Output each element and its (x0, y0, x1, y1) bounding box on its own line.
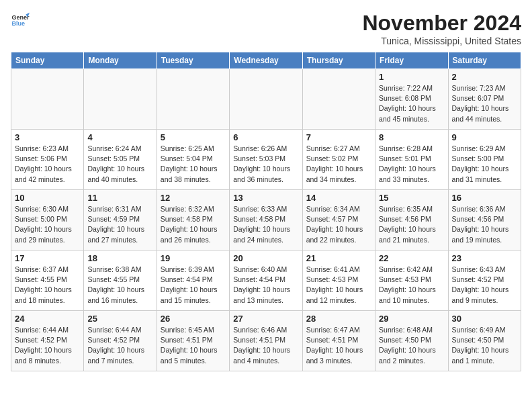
day-info: Sunrise: 6:43 AMSunset: 4:52 PMDaylight:… (452, 265, 517, 306)
day-number: 4 (87, 132, 152, 142)
weekday-header-friday: Friday (375, 52, 448, 69)
svg-text:Blue: Blue (11, 20, 25, 27)
calendar-cell: 12Sunrise: 6:32 AMSunset: 4:58 PMDayligh… (157, 190, 229, 250)
day-number: 24 (15, 314, 80, 324)
day-number: 11 (87, 193, 152, 203)
day-info: Sunrise: 6:30 AMSunset: 5:00 PMDaylight:… (15, 204, 80, 245)
calendar-cell: 7Sunrise: 6:27 AMSunset: 5:02 PMDaylight… (302, 130, 375, 190)
day-number: 20 (233, 253, 298, 263)
calendar-header: General Blue November 2024 Tunica, Missi… (11, 11, 521, 46)
day-info: Sunrise: 6:39 AMSunset: 4:54 PMDaylight:… (161, 265, 226, 306)
calendar-cell: 17Sunrise: 6:37 AMSunset: 4:55 PMDayligh… (11, 250, 84, 311)
day-info: Sunrise: 6:31 AMSunset: 4:59 PMDaylight:… (87, 204, 152, 245)
day-info: Sunrise: 6:23 AMSunset: 5:06 PMDaylight:… (15, 144, 80, 185)
calendar-cell (302, 69, 375, 130)
weekday-header-thursday: Thursday (302, 52, 375, 69)
calendar-cell: 5Sunrise: 6:25 AMSunset: 5:04 PMDaylight… (157, 130, 229, 190)
day-number: 22 (379, 253, 444, 263)
calendar-cell: 8Sunrise: 6:28 AMSunset: 5:01 PMDaylight… (375, 130, 448, 190)
weekday-header-row: SundayMondayTuesdayWednesdayThursdayFrid… (11, 52, 521, 69)
day-number: 10 (15, 193, 80, 203)
day-info: Sunrise: 7:22 AMSunset: 6:08 PMDaylight:… (379, 83, 444, 124)
day-number: 17 (15, 253, 80, 263)
day-info: Sunrise: 6:44 AMSunset: 4:52 PMDaylight:… (15, 325, 80, 366)
calendar-cell: 26Sunrise: 6:45 AMSunset: 4:51 PMDayligh… (157, 311, 229, 371)
calendar-cell: 11Sunrise: 6:31 AMSunset: 4:59 PMDayligh… (84, 190, 157, 250)
day-info: Sunrise: 6:26 AMSunset: 5:03 PMDaylight:… (233, 144, 298, 185)
calendar-cell: 14Sunrise: 6:34 AMSunset: 4:57 PMDayligh… (302, 190, 375, 250)
day-info: Sunrise: 6:45 AMSunset: 4:51 PMDaylight:… (161, 325, 226, 366)
day-number: 5 (161, 132, 226, 142)
day-number: 26 (161, 314, 226, 324)
day-info: Sunrise: 6:44 AMSunset: 4:52 PMDaylight:… (87, 325, 152, 366)
calendar-cell: 22Sunrise: 6:42 AMSunset: 4:53 PMDayligh… (375, 250, 448, 311)
day-number: 29 (379, 314, 444, 324)
day-number: 18 (87, 253, 152, 263)
day-number: 28 (306, 314, 371, 324)
day-info: Sunrise: 6:37 AMSunset: 4:55 PMDaylight:… (15, 265, 80, 306)
day-info: Sunrise: 6:29 AMSunset: 5:00 PMDaylight:… (452, 144, 517, 185)
day-number: 2 (452, 72, 517, 82)
calendar-table: SundayMondayTuesdayWednesdayThursdayFrid… (11, 52, 521, 371)
weekday-header-monday: Monday (84, 52, 157, 69)
day-info: Sunrise: 6:33 AMSunset: 4:58 PMDaylight:… (233, 204, 298, 245)
calendar-cell: 20Sunrise: 6:40 AMSunset: 4:54 PMDayligh… (230, 250, 302, 311)
day-info: Sunrise: 6:38 AMSunset: 4:55 PMDaylight:… (87, 265, 152, 306)
day-info: Sunrise: 6:28 AMSunset: 5:01 PMDaylight:… (379, 144, 444, 185)
day-number: 8 (379, 132, 444, 142)
calendar-cell: 27Sunrise: 6:46 AMSunset: 4:51 PMDayligh… (230, 311, 302, 371)
day-number: 1 (379, 72, 444, 82)
day-info: Sunrise: 6:35 AMSunset: 4:56 PMDaylight:… (379, 204, 444, 245)
day-info: Sunrise: 6:34 AMSunset: 4:57 PMDaylight:… (306, 204, 371, 245)
day-info: Sunrise: 6:36 AMSunset: 4:56 PMDaylight:… (452, 204, 517, 245)
calendar-subtitle: Tunica, Mississippi, United States (362, 36, 521, 46)
calendar-cell: 3Sunrise: 6:23 AMSunset: 5:06 PMDaylight… (11, 130, 84, 190)
calendar-cell: 18Sunrise: 6:38 AMSunset: 4:55 PMDayligh… (84, 250, 157, 311)
calendar-cell: 28Sunrise: 6:47 AMSunset: 4:51 PMDayligh… (302, 311, 375, 371)
week-row-3: 10Sunrise: 6:30 AMSunset: 5:00 PMDayligh… (11, 190, 521, 250)
week-row-4: 17Sunrise: 6:37 AMSunset: 4:55 PMDayligh… (11, 250, 521, 311)
calendar-cell: 4Sunrise: 6:24 AMSunset: 5:05 PMDaylight… (84, 130, 157, 190)
logo-icon: General Blue (11, 11, 30, 30)
calendar-title: November 2024 (362, 11, 521, 36)
day-info: Sunrise: 6:24 AMSunset: 5:05 PMDaylight:… (87, 144, 152, 185)
day-number: 15 (379, 193, 444, 203)
day-info: Sunrise: 6:47 AMSunset: 4:51 PMDaylight:… (306, 325, 371, 366)
calendar-cell: 30Sunrise: 6:49 AMSunset: 4:50 PMDayligh… (448, 311, 521, 371)
calendar-cell: 25Sunrise: 6:44 AMSunset: 4:52 PMDayligh… (84, 311, 157, 371)
calendar-cell: 24Sunrise: 6:44 AMSunset: 4:52 PMDayligh… (11, 311, 84, 371)
week-row-5: 24Sunrise: 6:44 AMSunset: 4:52 PMDayligh… (11, 311, 521, 371)
calendar-cell (230, 69, 302, 130)
title-section: November 2024 Tunica, Mississippi, Unite… (362, 11, 521, 46)
calendar-cell (11, 69, 84, 130)
logo: General Blue (11, 11, 30, 30)
day-info: Sunrise: 6:27 AMSunset: 5:02 PMDaylight:… (306, 144, 371, 185)
calendar-cell: 23Sunrise: 6:43 AMSunset: 4:52 PMDayligh… (448, 250, 521, 311)
calendar-cell: 2Sunrise: 7:23 AMSunset: 6:07 PMDaylight… (448, 69, 521, 130)
calendar-cell: 9Sunrise: 6:29 AMSunset: 5:00 PMDaylight… (448, 130, 521, 190)
day-number: 30 (452, 314, 517, 324)
calendar-cell: 10Sunrise: 6:30 AMSunset: 5:00 PMDayligh… (11, 190, 84, 250)
calendar-cell: 16Sunrise: 6:36 AMSunset: 4:56 PMDayligh… (448, 190, 521, 250)
day-number: 3 (15, 132, 80, 142)
day-number: 12 (161, 193, 226, 203)
day-info: Sunrise: 6:48 AMSunset: 4:50 PMDaylight:… (379, 325, 444, 366)
day-number: 13 (233, 193, 298, 203)
calendar-cell: 21Sunrise: 6:41 AMSunset: 4:53 PMDayligh… (302, 250, 375, 311)
day-number: 9 (452, 132, 517, 142)
day-info: Sunrise: 6:46 AMSunset: 4:51 PMDaylight:… (233, 325, 298, 366)
day-info: Sunrise: 7:23 AMSunset: 6:07 PMDaylight:… (452, 83, 517, 124)
day-info: Sunrise: 6:32 AMSunset: 4:58 PMDaylight:… (161, 204, 226, 245)
calendar-cell: 13Sunrise: 6:33 AMSunset: 4:58 PMDayligh… (230, 190, 302, 250)
day-info: Sunrise: 6:40 AMSunset: 4:54 PMDaylight:… (233, 265, 298, 306)
calendar-cell: 19Sunrise: 6:39 AMSunset: 4:54 PMDayligh… (157, 250, 229, 311)
day-info: Sunrise: 6:41 AMSunset: 4:53 PMDaylight:… (306, 265, 371, 306)
week-row-1: 1Sunrise: 7:22 AMSunset: 6:08 PMDaylight… (11, 69, 521, 130)
day-number: 21 (306, 253, 371, 263)
weekday-header-wednesday: Wednesday (230, 52, 302, 69)
day-number: 6 (233, 132, 298, 142)
calendar-cell: 6Sunrise: 6:26 AMSunset: 5:03 PMDaylight… (230, 130, 302, 190)
day-info: Sunrise: 6:25 AMSunset: 5:04 PMDaylight:… (161, 144, 226, 185)
day-number: 19 (161, 253, 226, 263)
weekday-header-saturday: Saturday (448, 52, 521, 69)
